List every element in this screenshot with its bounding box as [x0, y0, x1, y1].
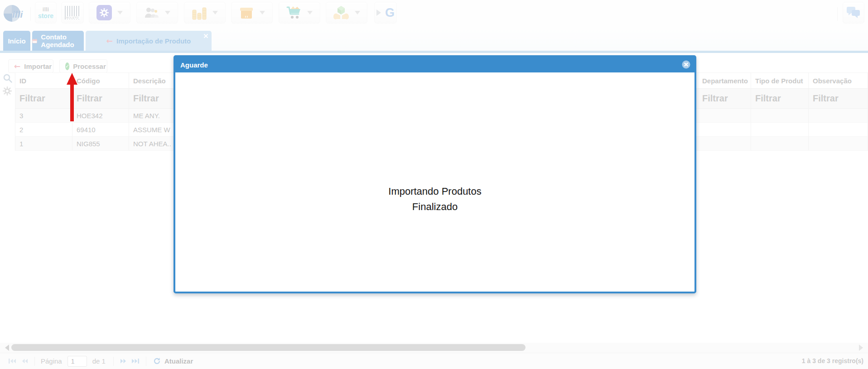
application-window: illi illi store BOLETO [0, 0, 868, 369]
annotation-arrow-head [67, 73, 77, 85]
dialog-close-button[interactable] [682, 60, 690, 71]
dialog-body: Importando Produtos Finalizado [175, 72, 694, 292]
aguarde-dialog: Aguarde Importando Produtos Finalizado [174, 55, 696, 293]
dialog-message-line1: Importando Produtos [175, 184, 694, 199]
dialog-title: Aguarde [175, 61, 208, 69]
annotation-arrow-shaft [70, 84, 74, 121]
dialog-message: Importando Produtos Finalizado [175, 72, 694, 215]
dialog-message-line2: Finalizado [175, 199, 694, 215]
dialog-titlebar: Aguarde [175, 57, 694, 72]
